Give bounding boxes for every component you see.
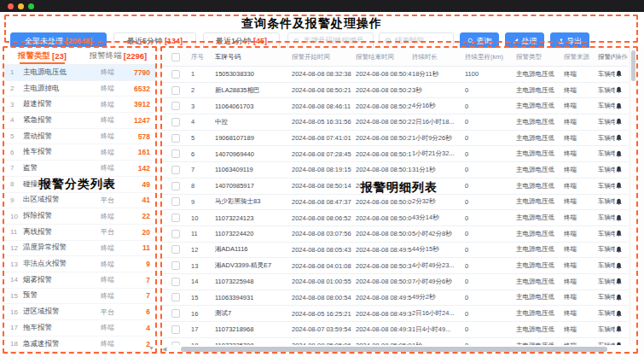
select-all-checkbox[interactable] xyxy=(171,53,180,61)
table-row[interactable]: 18110732257082024-08-08 05:05:062024-08-… xyxy=(162,338,629,345)
row-checkbox[interactable] xyxy=(171,86,180,95)
bell-icon[interactable] xyxy=(615,278,623,285)
bell-icon[interactable] xyxy=(615,294,623,301)
close-window-icon[interactable] xyxy=(8,3,14,9)
row-checkbox[interactable] xyxy=(171,118,180,126)
table-row[interactable]: 9马少彩黑骑士832024-08-08 08:47:372024-08-08 0… xyxy=(162,195,629,211)
minimize-window-icon[interactable] xyxy=(18,3,24,9)
table-row[interactable]: 6140709694402024-08-08 07:28:452024-08-0… xyxy=(162,146,629,162)
bell-icon[interactable] xyxy=(615,118,623,126)
bell-icon[interactable] xyxy=(615,182,623,190)
category-source: 终端 xyxy=(101,275,123,284)
table-row[interactable]: 15110633949312024-08-08 08:00:542024-08-… xyxy=(162,290,629,307)
alarm-category-row[interactable]: 2主电源掉电终端6532 xyxy=(4,81,156,97)
row-checkbox-cell xyxy=(162,118,191,126)
table-row[interactable]: 11110732244202024-08-08 03:07:562024-08-… xyxy=(162,226,629,243)
table-row[interactable]: 5190681071892024-08-08 07:41:012024-08-0… xyxy=(162,131,629,147)
horizontal-scrollbar[interactable]: ◀ xyxy=(162,346,629,353)
row-checkbox[interactable] xyxy=(171,70,180,79)
scroll-left-icon[interactable]: ◀ xyxy=(162,346,166,353)
table-row[interactable]: 1150530383302024-08-08 08:32:382024-08-0… xyxy=(162,67,629,83)
vertical-scrollbar-thumb[interactable] xyxy=(631,50,635,81)
table-row[interactable]: 17110732189682024-08-07 03:59:542024-08-… xyxy=(162,322,629,338)
table-row[interactable]: 4中控2024-08-05 16:31:562024-08-08 08:50:2… xyxy=(162,114,629,131)
row-checkbox[interactable] xyxy=(171,261,180,270)
process-button[interactable]: 处理 xyxy=(505,32,544,50)
category-index: 8 xyxy=(10,180,23,188)
row-checkbox[interactable] xyxy=(171,309,180,318)
alarm-category-row[interactable]: 1主电源电压低终端7790 xyxy=(4,65,156,81)
alarm-category-row[interactable]: 7盗警终端142 xyxy=(4,161,156,177)
row-checkbox[interactable] xyxy=(171,325,180,334)
tab-alarm-terminal[interactable]: 报警终端 [2296] xyxy=(80,47,156,64)
alarm-category-row[interactable]: 12温度异常报警终端11 xyxy=(4,241,156,257)
row-checkbox[interactable] xyxy=(171,166,180,174)
end-time-input[interactable]: 结束时间 xyxy=(379,32,454,50)
cell-mileage: 0 xyxy=(465,214,516,222)
row-checkbox-cell xyxy=(162,197,191,206)
vertical-scrollbar[interactable] xyxy=(629,48,636,345)
cell-no: 9 xyxy=(191,198,215,206)
maximize-window-icon[interactable] xyxy=(28,3,34,9)
alarm-category-row[interactable]: 15预警终端7 xyxy=(4,289,156,305)
alarm-category-row[interactable]: 14烟雾报警终端7 xyxy=(4,272,156,289)
table-row[interactable]: 10110732241232024-08-08 08:06:522024-08-… xyxy=(162,210,629,226)
bell-icon[interactable] xyxy=(615,325,623,333)
bell-icon[interactable] xyxy=(615,230,623,237)
alarm-category-row[interactable]: 18急减速报警终端2 xyxy=(4,337,156,353)
table-row[interactable]: 14110732259482024-08-08 01:00:552024-08-… xyxy=(162,274,629,290)
bell-icon[interactable] xyxy=(615,342,623,345)
filter-last-1min-button[interactable]: 最近1分钟 [45] xyxy=(203,32,280,50)
alarm-category-row[interactable]: 17拖车报警终端4 xyxy=(4,320,156,337)
alarm-category-row[interactable]: 16进区域报警平台6 xyxy=(4,304,156,320)
row-checkbox[interactable] xyxy=(171,182,180,190)
table-row[interactable]: 3110640617032024-08-08 08:46:112024-08-0… xyxy=(162,98,629,114)
cell-duration: 2日16小时18... xyxy=(412,118,465,126)
row-checkbox[interactable] xyxy=(171,134,180,143)
row-checkbox[interactable] xyxy=(171,230,180,238)
alarm-category-row[interactable]: 3超速报警终端3912 xyxy=(4,97,156,113)
alarm-category-row[interactable]: 13非法点火报警终端9 xyxy=(4,256,156,272)
row-checkbox[interactable] xyxy=(171,245,180,254)
row-checkbox[interactable] xyxy=(171,342,180,345)
table-row[interactable]: 12湘ADA11162024-08-08 08:05:432024-08-08 … xyxy=(162,243,629,259)
row-checkbox[interactable] xyxy=(171,102,180,110)
query-button[interactable]: 查询 xyxy=(460,32,499,50)
bell-icon[interactable] xyxy=(615,86,623,94)
cell-type: 主电源电压低 xyxy=(516,70,564,79)
cell-source: 终端 xyxy=(564,182,598,190)
alarm-category-row[interactable]: 10拆除报警终端22 xyxy=(4,208,156,225)
bell-icon[interactable] xyxy=(615,262,623,270)
row-checkbox[interactable] xyxy=(171,214,180,222)
row-checkbox[interactable] xyxy=(171,293,180,301)
table-row[interactable]: 13湘ADV3399-精灵E72024-08-08 04:01:082024-0… xyxy=(162,258,629,274)
row-checkbox[interactable] xyxy=(171,197,180,206)
cell-no: 13 xyxy=(191,262,215,270)
bell-icon[interactable] xyxy=(615,198,623,206)
table-row[interactable]: 7110634091192024-08-08 08:19:152024-08-0… xyxy=(162,162,629,178)
row-checkbox[interactable] xyxy=(171,278,180,286)
horizontal-scrollbar-thumb[interactable] xyxy=(181,347,607,352)
table-row[interactable]: 16测试72024-08-05 16:25:212024-08-08 08:49… xyxy=(162,306,629,322)
cell-action xyxy=(615,294,629,301)
alarm-category-row[interactable]: 5震动报警终端578 xyxy=(4,129,156,145)
bell-icon[interactable] xyxy=(615,102,623,110)
alarm-category-row[interactable]: 9出区域报警平台41 xyxy=(4,193,156,209)
row-checkbox[interactable] xyxy=(171,149,180,158)
bell-icon[interactable] xyxy=(615,166,623,173)
bell-icon[interactable] xyxy=(615,214,623,222)
alarm-category-row[interactable]: 4紧急报警终端1247 xyxy=(4,113,156,129)
alarm-category-row[interactable]: 11离线报警平台20 xyxy=(4,225,156,241)
bell-icon[interactable] xyxy=(615,134,623,142)
export-button[interactable]: 导出 xyxy=(550,32,589,50)
category-name: 盗警 xyxy=(23,163,101,173)
plate-search-input[interactable]: 车牌号码|终端编号 xyxy=(287,32,374,50)
tab-alarm-type[interactable]: 报警类型 [23] xyxy=(4,47,80,64)
left-scroll-down-icon[interactable]: ▼ xyxy=(148,345,154,351)
bell-icon[interactable] xyxy=(615,310,623,318)
bell-icon[interactable] xyxy=(615,150,623,158)
table-row[interactable]: 2新LA28835相巴2024-08-08 08:50:212024-08-08… xyxy=(162,83,629,99)
bell-icon[interactable] xyxy=(615,70,623,78)
alarm-category-row[interactable]: 6推车报警终端161 xyxy=(4,144,156,161)
bell-icon[interactable] xyxy=(615,246,623,254)
